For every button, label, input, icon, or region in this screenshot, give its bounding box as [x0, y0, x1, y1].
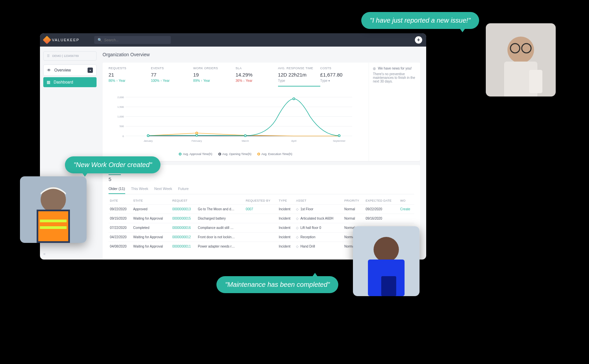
legend-opening: Avg. Opening Time(h): [218, 152, 251, 156]
chevron-down-icon: ▾: [88, 68, 93, 73]
add-button[interactable]: +: [415, 36, 422, 44]
chart-legend: Avg. Approval Time(h) Avg. Opening Time(…: [113, 152, 359, 156]
asset-icon: ◇: [296, 245, 299, 248]
svg-text:April: April: [291, 139, 297, 142]
asset-icon: ◇: [296, 235, 299, 239]
collapse-sidebar-icon[interactable]: «: [43, 252, 46, 256]
nav-dashboard-label: Dashboard: [54, 80, 73, 85]
table-row[interactable]: 09/15/2020 Waiting for Approval 00000000…: [109, 214, 414, 223]
news-widget: ◎We have news for you! There's no preven…: [369, 63, 420, 161]
svg-text:February: February: [191, 139, 202, 142]
app-name: VALUEKEEP: [52, 38, 80, 42]
bubble-maintenance: "Maintenance has been completed": [216, 276, 338, 293]
svg-point-22: [507, 37, 534, 63]
nav-dashboard[interactable]: ▦ Dashboard: [43, 77, 97, 87]
svg-text:January: January: [144, 139, 153, 142]
kpi-avg-response-time[interactable]: AVG. RESPONSE TIME 12D 22h21m Type: [278, 67, 320, 87]
nav-overview-label: Overview: [54, 68, 71, 73]
tab-this-week[interactable]: This Week: [131, 187, 148, 194]
kpi-requests[interactable]: REQUESTS 21 86% ↑ Year: [109, 67, 151, 87]
asset-icon: ◇: [296, 226, 299, 230]
svg-text:0: 0: [123, 135, 124, 138]
eye-icon: 👁: [47, 68, 51, 73]
asset-icon: ◇: [296, 207, 299, 211]
svg-text:1,000: 1,000: [118, 115, 124, 118]
svg-rect-32: [40, 226, 67, 229]
legend-execution: Avg. Execution Time(h): [257, 152, 292, 156]
request-link[interactable]: 0000000012: [171, 233, 196, 242]
news-title: We have news for you!: [378, 67, 412, 70]
request-link[interactable]: 0000000015: [171, 214, 196, 223]
svg-text:500: 500: [120, 125, 124, 128]
svg-point-20: [196, 132, 198, 134]
request-link[interactable]: 0000000013: [171, 205, 196, 214]
tabs-row: Older (11)This WeekNext WeekFuture: [109, 187, 414, 194]
news-body: There's no preventive maintenances to fi…: [373, 72, 416, 83]
svg-point-16: [196, 134, 198, 136]
create-wo-link[interactable]: Create: [399, 205, 414, 214]
svg-point-17: [244, 135, 246, 137]
svg-text:2,000: 2,000: [118, 96, 124, 99]
tab-next-week[interactable]: Next Week: [154, 187, 172, 194]
svg-text:September: September: [333, 139, 346, 142]
create-wo-link[interactable]: [399, 214, 414, 223]
legend-approval: Avg. Approval Time(h): [179, 152, 212, 156]
logo-icon: [43, 36, 51, 44]
search-input[interactable]: [104, 38, 167, 42]
kpi-costs[interactable]: COSTS £1,677.80 Type ▾: [320, 67, 363, 87]
page-title: Organization Overview: [103, 52, 420, 57]
search-icon: 🔍: [98, 38, 102, 42]
svg-rect-36: [381, 276, 396, 296]
app-window: VALUEKEEP 🔍 + ☰ DEMO | 123456789 👁 Overv…: [40, 33, 426, 260]
response-time-chart: 0 500 1,000 1,500 2,000 January February…: [113, 90, 359, 150]
news-icon: ◎: [373, 67, 376, 70]
svg-point-15: [147, 135, 149, 137]
bubble-issue: "I have just reported a new issue!": [361, 12, 479, 29]
kpi-work-orders[interactable]: WORK ORDERS 19 89% ↑ Year: [193, 67, 235, 87]
table-row[interactable]: 09/22/2020 Approved 0000000013 Go to The…: [109, 205, 414, 214]
svg-text:March: March: [242, 139, 249, 142]
kpi-chart-card: REQUESTS 21 86% ↑ YearEVENTS 77 100% ↑ Y…: [103, 63, 420, 161]
person-technician: [353, 226, 420, 296]
chart-area: 0 500 1,000 1,500 2,000 January February…: [103, 87, 369, 161]
dashboard-icon: ▦: [47, 80, 50, 85]
tenant-label: DEMO | 123456789: [52, 54, 79, 58]
svg-point-18: [293, 98, 295, 100]
search-box[interactable]: 🔍: [94, 36, 171, 44]
svg-rect-26: [529, 70, 542, 93]
tab-future[interactable]: Future: [178, 187, 189, 194]
tenant-selector[interactable]: ☰ DEMO | 123456789: [43, 51, 97, 61]
kpi-row: REQUESTS 21 86% ↑ YearEVENTS 77 100% ↑ Y…: [103, 63, 369, 87]
svg-text:1,500: 1,500: [118, 105, 124, 108]
svg-point-34: [374, 237, 399, 262]
tab-older-[interactable]: Older (11): [109, 187, 125, 194]
asset-icon: ◇: [296, 217, 299, 220]
request-link[interactable]: 0000000011: [171, 242, 196, 251]
svg-rect-31: [40, 220, 67, 222]
kpi-events[interactable]: EVENTS 77 100% ↑ Year: [151, 67, 193, 87]
topbar: VALUEKEEP 🔍 +: [40, 33, 426, 47]
layers-icon: ☰: [47, 54, 50, 58]
person-reporter: [486, 23, 556, 96]
wo-due-value: 5: [109, 176, 414, 182]
bubble-work-order: "New Work Order created": [65, 156, 160, 173]
request-link[interactable]: 0000000016: [171, 223, 196, 233]
svg-point-19: [338, 135, 340, 137]
person-worker: [20, 176, 87, 243]
logo: VALUEKEEP: [44, 37, 80, 43]
kpi-sla[interactable]: SLA 14.29% 36% ↓ Year: [236, 67, 278, 87]
nav-overview[interactable]: 👁 Overview ▾: [43, 65, 97, 76]
